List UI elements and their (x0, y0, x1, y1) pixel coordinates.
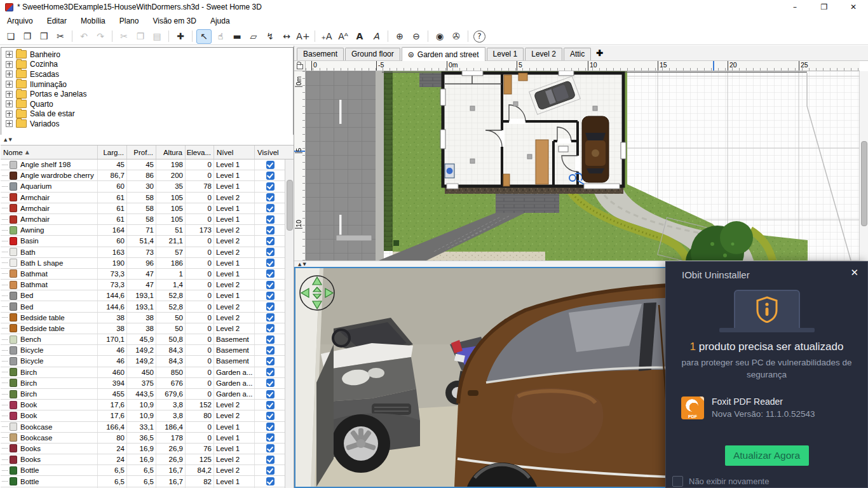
minimize-button[interactable]: – (780, 3, 810, 11)
menu-mob-lia[interactable]: Mobília (74, 15, 112, 27)
table-row[interactable]: Bath16373570Level 2 (1, 247, 294, 258)
visibility-checkbox[interactable] (266, 292, 275, 300)
table-row[interactable]: Bottle6,56,516,784,2Level 2 (1, 465, 294, 476)
expand-icon[interactable] (6, 91, 13, 98)
plan-scrollbar-thumb[interactable] (861, 141, 867, 226)
visibility-checkbox[interactable] (266, 248, 275, 256)
italic-button[interactable]: A (369, 29, 384, 44)
visibility-checkbox[interactable] (266, 401, 275, 409)
popup-close-icon[interactable]: ✕ (850, 267, 858, 278)
column-header-nome[interactable]: Nome▲ (1, 146, 98, 159)
house[interactable] (440, 71, 626, 189)
brown-car-plan[interactable] (582, 116, 609, 182)
tab-garden-and-street[interactable]: ⊜Garden and street (402, 47, 485, 61)
catalog-category-escadas[interactable]: Escadas (1, 69, 293, 79)
table-row[interactable]: Basin6051,421,10Level 2 (1, 236, 294, 247)
plan-scrollbar[interactable] (859, 71, 868, 261)
visibility-checkbox[interactable] (266, 423, 275, 431)
save-button[interactable]: ❒ (36, 29, 51, 44)
visibility-checkbox[interactable] (266, 259, 275, 267)
create-dimensions-button[interactable]: ↔ (279, 29, 294, 44)
floor-plan-canvas[interactable] (306, 71, 860, 261)
table-row[interactable]: Angle wardrobe cherry86,7862000Level 1 (1, 170, 294, 181)
visibility-checkbox[interactable] (266, 172, 275, 180)
visibility-checkbox[interactable] (266, 412, 275, 420)
decrease-text-size-button[interactable]: Aᴬ (336, 29, 351, 44)
table-row[interactable]: Birch455443,5679,60Garden a... (1, 389, 294, 400)
table-row[interactable]: Books2416,926,976Level 1 (1, 444, 294, 454)
visibility-checkbox[interactable] (266, 204, 275, 212)
add-text-button[interactable]: A+ (295, 29, 311, 44)
column-header-largura[interactable]: Larg... (98, 146, 127, 159)
column-header-elevacao[interactable]: Eleva... (186, 146, 214, 159)
add-level-tab[interactable]: ✚ (592, 47, 607, 60)
create-polylines-button[interactable]: ↯ (262, 29, 278, 44)
table-row[interactable]: Bath L shape190961860Level 1 (1, 258, 294, 269)
visibility-checkbox[interactable] (266, 346, 275, 355)
road[interactable] (306, 71, 376, 261)
photo-button[interactable]: ◉ (432, 29, 447, 44)
visibility-checkbox[interactable] (266, 456, 275, 464)
expand-icon[interactable] (6, 120, 13, 127)
table-row[interactable]: Bathmat73,3471,40Level 2 (1, 280, 294, 290)
visibility-checkbox[interactable] (266, 226, 275, 234)
visibility-checkbox[interactable] (266, 324, 275, 332)
catalog-category-variados[interactable]: Variados (1, 119, 293, 129)
visibility-checkbox[interactable] (266, 269, 275, 278)
pan-button[interactable]: ☝ (213, 29, 228, 44)
zoom-out-button[interactable]: ⊖ (409, 29, 424, 44)
menu-editar[interactable]: Editar (40, 15, 74, 27)
table-row[interactable]: Book17,610,93,8152Level 2 (1, 400, 294, 410)
tab-basement[interactable]: Basement (297, 48, 344, 60)
visibility-checkbox[interactable] (266, 357, 275, 365)
help-button[interactable]: ? (473, 30, 485, 43)
increase-text-size-button[interactable]: ₊A (319, 29, 334, 44)
unlock-icon[interactable] (297, 64, 303, 69)
table-row[interactable]: Bench170,145,950,80Basement (1, 334, 294, 345)
new-home-button[interactable]: ❏ (3, 29, 18, 44)
visibility-checkbox[interactable] (266, 477, 275, 485)
visibility-checkbox[interactable] (266, 182, 275, 191)
table-row[interactable]: Armchair61581050Level 2 (1, 193, 294, 203)
expand-icon[interactable] (6, 51, 13, 58)
table-row[interactable]: Bicycle46149,284,30Basement (1, 345, 294, 356)
bold-button[interactable]: A (352, 29, 367, 44)
expand-icon[interactable] (6, 100, 13, 107)
table-row[interactable]: Armchair61581050Level 1 (1, 203, 294, 214)
visibility-checkbox[interactable] (266, 368, 275, 376)
table-row[interactable]: Aquarium60303578Level 1 (1, 181, 294, 192)
3d-navigation-compass[interactable] (300, 276, 334, 310)
visibility-checkbox[interactable] (266, 466, 275, 475)
column-header-altura[interactable]: Altura (156, 146, 186, 159)
splitter-arrows-icon[interactable]: ▲▼ (298, 262, 308, 267)
visibility-checkbox[interactable] (266, 161, 275, 169)
menu-plano[interactable]: Plano (112, 15, 146, 27)
catalog-category-portas-e-janelas[interactable]: Portas e Janelas (1, 89, 293, 99)
table-row[interactable]: Armchair61581050Level 1 (1, 214, 294, 225)
open-button[interactable]: ❐ (20, 29, 35, 44)
dont-show-again-checkbox[interactable] (672, 476, 683, 487)
table-scrollbar[interactable] (285, 159, 294, 488)
tab-ground-floor[interactable]: Ground floor (345, 48, 400, 60)
visibility-checkbox[interactable] (266, 379, 275, 387)
create-rooms-button[interactable]: ▱ (246, 29, 261, 44)
catalog-category-ilumina-o[interactable]: Iluminação (1, 79, 293, 90)
table-row[interactable]: Bedside table3838500Level 2 (1, 323, 294, 334)
preferences-button[interactable]: ✂ (53, 29, 68, 44)
maximize-button[interactable]: ❐ (810, 3, 839, 11)
menu-ajuda[interactable]: Ajuda (203, 15, 237, 27)
visibility-checkbox[interactable] (266, 433, 275, 442)
visibility-checkbox[interactable] (266, 281, 275, 289)
table-row[interactable]: Bookcase8036,51780Level 1 (1, 433, 294, 444)
visibility-checkbox[interactable] (266, 237, 275, 245)
expand-icon[interactable] (6, 111, 13, 118)
expand-icon[interactable] (6, 61, 13, 68)
table-row[interactable]: Bed144,6193,152,80Level 2 (1, 301, 294, 312)
column-header-profundidade[interactable]: Prof... (127, 146, 156, 159)
table-row[interactable]: Birch4604508500Garden a... (1, 367, 294, 378)
update-now-button[interactable]: Atualizar Agora (725, 445, 809, 466)
table-row[interactable]: Book17,610,93,880Level 2 (1, 410, 294, 421)
expand-icon[interactable] (6, 71, 13, 78)
video-button[interactable]: ✇ (449, 29, 464, 44)
catalog-category-quarto[interactable]: Quarto (1, 99, 293, 109)
